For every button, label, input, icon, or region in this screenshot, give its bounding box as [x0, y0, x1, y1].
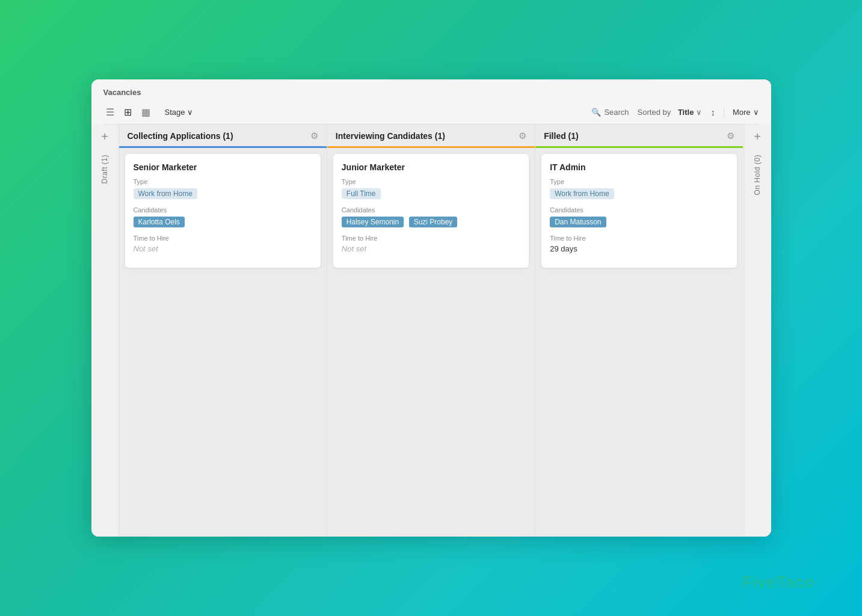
- card-field-type-2: Type Work from Home: [550, 178, 728, 200]
- card-field-type-0: Type Work from Home: [134, 178, 312, 200]
- search-icon: 🔍: [591, 108, 601, 117]
- card-senior-marketer[interactable]: Senior Marketer Type Work from Home Cand…: [125, 154, 321, 268]
- more-chevron-icon: ∨: [753, 108, 759, 117]
- sort-chevron-icon: ∨: [696, 108, 702, 117]
- card-it-admin[interactable]: IT Admin Type Work from Home Candidates …: [541, 154, 737, 268]
- type-label-2: Type: [550, 178, 728, 185]
- stage-chevron-icon: ∨: [187, 108, 193, 117]
- candidates-label-0: Candidates: [134, 206, 312, 214]
- more-label: More: [733, 108, 751, 117]
- main-panel: Vacancies ☰ ⊞ ▦ Stage ∨ 🔍 Search Sorted …: [91, 79, 771, 537]
- type-tag-1: Full Time: [342, 188, 381, 199]
- col-title-interviewing: Interviewing Candidates (1): [336, 131, 445, 141]
- add-onhold-button[interactable]: +: [754, 125, 761, 149]
- logo-text: FiveTaco: [742, 573, 814, 591]
- draft-label: Draft (1): [100, 155, 109, 184]
- col-gear-collecting[interactable]: ⚙: [310, 131, 318, 141]
- type-label-1: Type: [342, 178, 520, 185]
- time-label-2: Time to Hire: [550, 235, 728, 242]
- card-junior-marketer[interactable]: Junior Marketer Type Full Time Candidate…: [333, 154, 529, 268]
- type-tag-0: Work from Home: [134, 188, 197, 199]
- time-label-1: Time to Hire: [342, 235, 520, 242]
- kanban-col-filled: Filled (1) ⚙ IT Admin Type Work from Hom…: [535, 125, 743, 537]
- col-body-filled: IT Admin Type Work from Home Candidates …: [535, 148, 743, 537]
- toolbar: ☰ ⊞ ▦ Stage ∨ 🔍 Search Sorted by Title ∨…: [103, 102, 759, 125]
- stage-filter-button[interactable]: Stage ∨: [161, 106, 197, 118]
- search-button[interactable]: 🔍 Search: [591, 108, 629, 117]
- col-title-filled: Filled (1): [544, 131, 579, 141]
- sort-prefix: Sorted by: [638, 108, 671, 117]
- card-title-2: IT Admin: [550, 162, 728, 172]
- kanban-view-icon[interactable]: ▦: [139, 105, 153, 119]
- col-title-collecting: Collecting Applications (1): [128, 131, 233, 141]
- candidates-label-1: Candidates: [342, 206, 520, 214]
- toolbar-right: 🔍 Search Sorted by Title ∨ ↕ More ∨: [591, 107, 759, 118]
- card-title-1: Junior Marketer: [342, 162, 520, 172]
- candidate-tag-2-0: Dan Matusson: [550, 217, 606, 227]
- card-field-type-1: Type Full Time: [342, 178, 520, 200]
- card-field-time-2: Time to Hire 29 days: [550, 235, 728, 253]
- card-field-candidates-2: Candidates Dan Matusson: [550, 206, 728, 229]
- time-value-1: Not set: [342, 244, 520, 253]
- candidate-tag-1-1: Suzi Probey: [409, 217, 458, 227]
- grid-view-icon[interactable]: ⊞: [122, 105, 134, 119]
- kanban-col-interviewing: Interviewing Candidates (1) ⚙ Junior Mar…: [327, 125, 535, 537]
- sort-field: Title: [678, 108, 694, 117]
- time-value-2: 29 days: [550, 244, 728, 253]
- candidates-label-2: Candidates: [550, 206, 728, 214]
- type-label-0: Type: [134, 178, 312, 185]
- time-value-0: Not set: [134, 244, 312, 253]
- col-body-interviewing: Junior Marketer Type Full Time Candidate…: [327, 148, 535, 537]
- card-field-candidates-0: Candidates Karlotta Oels: [134, 206, 312, 229]
- col-body-collecting: Senior Marketer Type Work from Home Cand…: [119, 148, 327, 537]
- page-title: Vacancies: [103, 88, 759, 97]
- kanban-area: Collecting Applications (1) ⚙ Senior Mar…: [119, 125, 743, 537]
- col-gear-interviewing[interactable]: ⚙: [519, 131, 526, 141]
- panel-header: Vacancies ☰ ⊞ ▦ Stage ∨ 🔍 Search Sorted …: [91, 79, 771, 125]
- candidate-tag-1-0: Halsey Semonin: [342, 217, 404, 227]
- onhold-label: On Hold (0): [753, 155, 762, 196]
- card-field-time-0: Time to Hire Not set: [134, 235, 312, 253]
- fivetaco-logo: FiveTaco: [742, 573, 814, 592]
- col-gear-filled[interactable]: ⚙: [727, 131, 734, 141]
- card-title-0: Senior Marketer: [134, 162, 312, 172]
- toolbar-divider: [724, 107, 724, 118]
- list-view-icon[interactable]: ☰: [103, 105, 117, 119]
- side-col-right: + On Hold (0): [743, 125, 771, 537]
- card-field-time-1: Time to Hire Not set: [342, 235, 520, 253]
- time-label-0: Time to Hire: [134, 235, 312, 242]
- col-header-collecting: Collecting Applications (1) ⚙: [119, 125, 327, 148]
- candidate-tag-0-0: Karlotta Oels: [134, 217, 185, 227]
- sort-button[interactable]: Sorted by Title ∨: [638, 108, 703, 117]
- type-tag-2: Work from Home: [550, 188, 614, 199]
- stage-label: Stage: [165, 108, 185, 117]
- toolbar-left: ☰ ⊞ ▦ Stage ∨: [103, 105, 197, 119]
- board-area: + Draft (1) Collecting Applications (1) …: [91, 125, 771, 537]
- add-draft-button[interactable]: +: [101, 125, 108, 149]
- card-field-candidates-1: Candidates Halsey Semonin Suzi Probey: [342, 206, 520, 229]
- col-header-interviewing: Interviewing Candidates (1) ⚙: [327, 125, 535, 148]
- col-header-filled: Filled (1) ⚙: [535, 125, 743, 148]
- search-label: Search: [604, 108, 629, 117]
- side-col-left: + Draft (1): [91, 125, 119, 537]
- kanban-col-collecting: Collecting Applications (1) ⚙ Senior Mar…: [119, 125, 327, 537]
- sort-order-icon[interactable]: ↕: [710, 107, 715, 117]
- more-button[interactable]: More ∨: [733, 108, 759, 117]
